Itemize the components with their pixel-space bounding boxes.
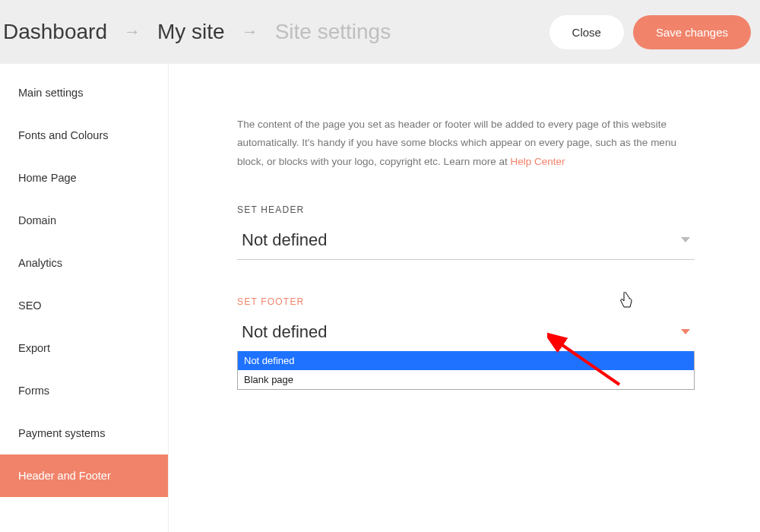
description-body: The content of the page you set as heade… bbox=[237, 119, 676, 167]
description-text: The content of the page you set as heade… bbox=[237, 116, 695, 171]
set-footer-select[interactable]: Not defined Not defined Blank page bbox=[237, 315, 695, 352]
set-footer-dropdown: Not defined Blank page bbox=[237, 351, 695, 390]
footer-option-blank-page[interactable]: Blank page bbox=[238, 370, 694, 389]
sidebar-item-home-page[interactable]: Home Page bbox=[0, 157, 168, 199]
close-button[interactable]: Close bbox=[549, 15, 624, 49]
top-bar: Dashboard → My site → Site settings Clos… bbox=[0, 0, 760, 64]
footer-option-not-defined[interactable]: Not defined bbox=[238, 351, 694, 370]
sidebar-item-analytics[interactable]: Analytics bbox=[0, 242, 168, 284]
set-footer-label: SET FOOTER bbox=[237, 296, 695, 307]
chevron-down-icon bbox=[681, 237, 690, 242]
sidebar-item-fonts-colours[interactable]: Fonts and Colours bbox=[0, 114, 168, 157]
set-header-value: Not defined bbox=[242, 230, 681, 250]
save-changes-button[interactable]: Save changes bbox=[633, 15, 751, 49]
breadcrumb-my-site[interactable]: My site bbox=[154, 14, 228, 50]
chevron-right-icon: → bbox=[124, 22, 141, 42]
set-header-label: SET HEADER bbox=[237, 204, 695, 215]
sidebar-item-forms[interactable]: Forms bbox=[0, 369, 168, 412]
sidebar-item-seo[interactable]: SEO bbox=[0, 284, 168, 327]
sidebar-item-export[interactable]: Export bbox=[0, 327, 168, 369]
set-header-select[interactable]: Not defined bbox=[237, 223, 695, 260]
chevron-down-icon bbox=[681, 329, 690, 334]
help-center-link[interactable]: Help Center bbox=[510, 156, 565, 167]
breadcrumb: Dashboard → My site → Site settings bbox=[0, 14, 394, 50]
content-area: The content of the page you set as heade… bbox=[169, 64, 760, 532]
sidebar-item-payment-systems[interactable]: Payment systems bbox=[0, 412, 168, 454]
sidebar-item-header-footer[interactable]: Header and Footer bbox=[0, 454, 168, 497]
sidebar-item-domain[interactable]: Domain bbox=[0, 199, 168, 242]
breadcrumb-dashboard[interactable]: Dashboard bbox=[0, 14, 110, 50]
set-footer-value: Not defined bbox=[242, 322, 681, 342]
sidebar: Main settings Fonts and Colours Home Pag… bbox=[0, 64, 169, 532]
chevron-right-icon: → bbox=[242, 22, 258, 42]
breadcrumb-site-settings: Site settings bbox=[272, 14, 394, 50]
sidebar-item-main-settings[interactable]: Main settings bbox=[0, 71, 168, 114]
